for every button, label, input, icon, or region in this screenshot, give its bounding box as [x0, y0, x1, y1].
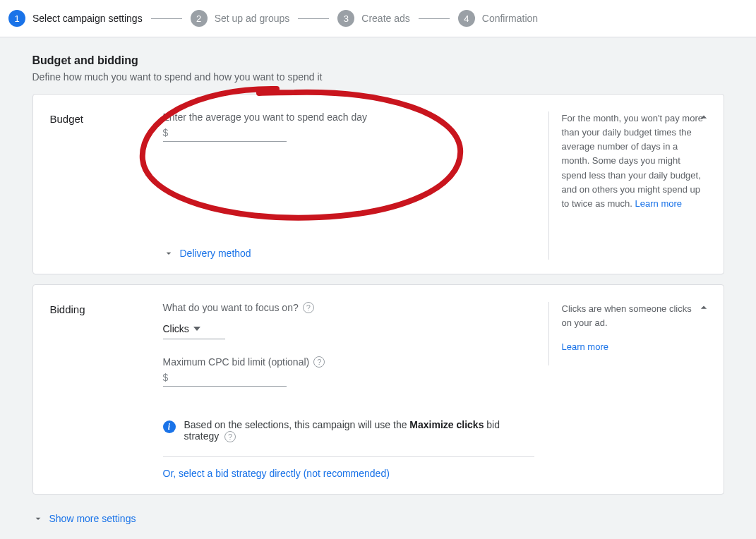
- step-label: Set up ad groups: [215, 13, 290, 24]
- chevron-down-icon: [32, 513, 44, 524]
- section-subtitle: Define how much you want to spend and ho…: [32, 71, 724, 83]
- chevron-down-icon: [163, 248, 174, 259]
- step-label: Confirmation: [482, 13, 538, 24]
- section-title: Budget and bidding: [32, 54, 724, 67]
- info-icon: i: [163, 420, 176, 433]
- dropdown-selected: Clicks: [163, 323, 189, 334]
- cpc-input-wrap[interactable]: $: [163, 372, 287, 387]
- cpc-label: Maximum CPC bid limit (optional) ?: [163, 356, 534, 368]
- step-divider: [298, 18, 329, 19]
- step-3[interactable]: 3 Create ads: [337, 10, 409, 27]
- show-more-label: Show more settings: [49, 513, 136, 524]
- chevron-up-icon: [697, 110, 711, 124]
- budget-learn-more-link[interactable]: Learn more: [635, 198, 682, 209]
- budget-main: Enter the average you want to spend each…: [163, 111, 548, 260]
- help-icon[interactable]: ?: [313, 356, 325, 368]
- chevron-up-icon: [697, 301, 711, 315]
- budget-label: Budget: [50, 111, 163, 260]
- show-more-settings-toggle[interactable]: Show more settings: [32, 513, 724, 524]
- budget-input-wrap[interactable]: $: [163, 127, 287, 142]
- budget-input[interactable]: [171, 127, 286, 138]
- collapse-budget-button[interactable]: [697, 110, 711, 124]
- help-icon[interactable]: ?: [224, 431, 236, 442]
- step-4[interactable]: 4 Confirmation: [458, 10, 538, 27]
- step-number: 1: [8, 10, 25, 27]
- budget-field-label: Enter the average you want to spend each…: [163, 111, 534, 123]
- currency-symbol: $: [163, 127, 169, 138]
- delivery-method-toggle[interactable]: Delivery method: [163, 248, 534, 259]
- bidding-card: Bidding What do you want to focus on? ? …: [32, 284, 724, 495]
- budget-card: Budget Enter the average you want to spe…: [32, 94, 724, 274]
- step-number: 3: [337, 10, 354, 27]
- step-label: Create ads: [361, 13, 409, 24]
- help-icon[interactable]: ?: [303, 302, 314, 313]
- step-label: Select campaign settings: [32, 13, 143, 24]
- cpc-input[interactable]: [171, 372, 286, 383]
- bidding-learn-more-link[interactable]: Learn more: [562, 341, 608, 352]
- select-bid-strategy-link[interactable]: Or, select a bid strategy directly (not …: [163, 468, 390, 479]
- step-number: 4: [458, 10, 475, 27]
- bidding-focus-dropdown[interactable]: Clicks: [163, 320, 225, 339]
- step-divider: [151, 18, 182, 19]
- bidding-main: What do you want to focus on? ? Clicks M…: [163, 302, 548, 480]
- divider: [163, 456, 534, 457]
- stepper: 1 Select campaign settings 2 Set up ad g…: [0, 0, 756, 37]
- step-number: 2: [191, 10, 208, 27]
- bidding-help-text: Clicks are when someone clicks on your a…: [562, 302, 704, 330]
- step-2[interactable]: 2 Set up ad groups: [191, 10, 290, 27]
- notice-text: Based on the selections, this campaign w…: [184, 419, 534, 442]
- bidding-label: Bidding: [50, 302, 163, 480]
- bidding-help: Clicks are when someone clicks on your a…: [548, 302, 704, 365]
- step-1[interactable]: 1 Select campaign settings: [8, 10, 143, 27]
- bidding-focus-label: What do you want to focus on? ?: [163, 302, 534, 313]
- budget-help-text: For the month, you won't pay more than y…: [562, 113, 703, 209]
- step-divider: [419, 18, 450, 19]
- currency-symbol: $: [163, 372, 169, 383]
- bid-strategy-notice: i Based on the selections, this campaign…: [163, 412, 534, 452]
- caret-down-icon: [193, 327, 200, 331]
- budget-help: For the month, you won't pay more than y…: [548, 111, 704, 260]
- delivery-method-label: Delivery method: [180, 248, 251, 259]
- content: Budget and bidding Define how much you w…: [32, 54, 724, 539]
- collapse-bidding-button[interactable]: [697, 301, 711, 315]
